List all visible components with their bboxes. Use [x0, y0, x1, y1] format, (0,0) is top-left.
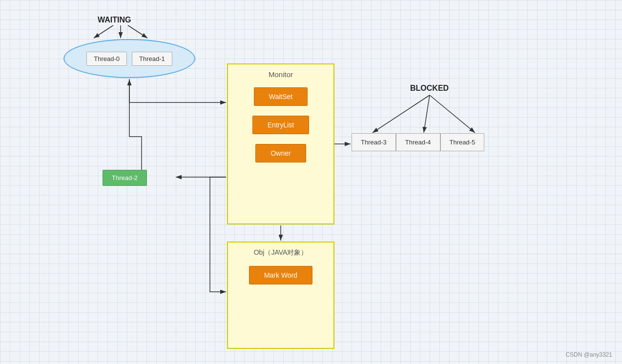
obj-box: Obj（JAVA对象） Mark Word [227, 242, 334, 349]
owner-box: Owner [255, 144, 306, 162]
monitor-box: Monitor WaitSet EntryList Owner [227, 63, 334, 224]
waitset-box: WaitSet [254, 87, 308, 106]
svg-line-7 [373, 95, 430, 133]
thread-3-box: Thread-3 [352, 133, 396, 151]
obj-title: Obj（JAVA对象） [228, 243, 333, 261]
waiting-label: WAITING [98, 16, 131, 24]
monitor-inner: WaitSet EntryList Owner [228, 82, 333, 162]
blocked-label: BLOCKED [410, 84, 449, 93]
monitor-title: Monitor [228, 64, 333, 82]
svg-line-9 [430, 95, 475, 133]
entrylist-box: EntryList [252, 116, 309, 134]
thread-0-box: Thread-0 [86, 52, 127, 66]
diagram-container: WAITING Thread-0 Thread-1 Thread-2 Monit… [0, 0, 622, 364]
markword-box: Mark Word [249, 266, 312, 284]
thread-4-box: Thread-4 [396, 133, 440, 151]
thread-5-box: Thread-5 [440, 133, 485, 151]
thread-1-box: Thread-1 [132, 52, 172, 66]
waiting-ellipse: Thread-0 Thread-1 [63, 39, 195, 78]
watermark: CSDN @any3321 [565, 351, 612, 358]
svg-line-8 [424, 95, 430, 133]
thread-2-box: Thread-2 [103, 170, 147, 186]
blocked-threads-row: Thread-3 Thread-4 Thread-5 [352, 133, 484, 151]
svg-line-3 [94, 25, 113, 38]
obj-inner: Mark Word [228, 261, 333, 284]
svg-line-4 [128, 25, 147, 38]
